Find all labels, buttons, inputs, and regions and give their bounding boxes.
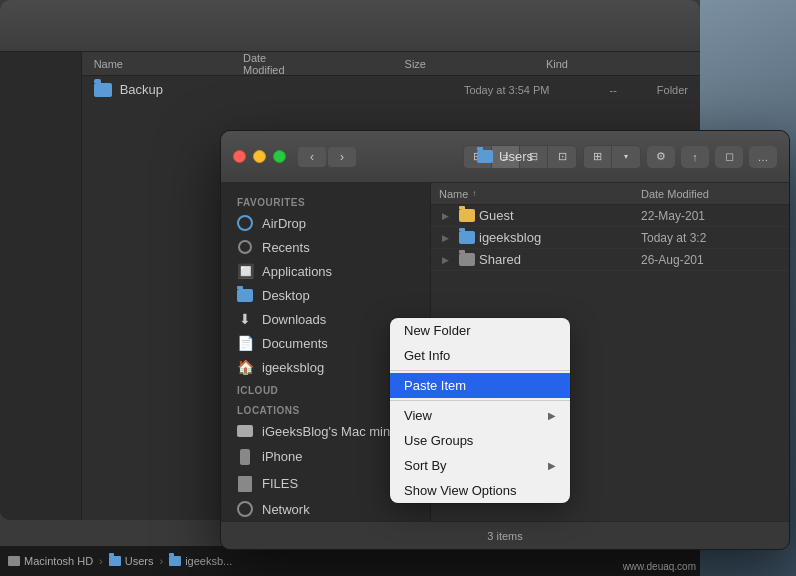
files-icon	[237, 476, 253, 492]
bg-folder-date: Today at 3:54 PM	[464, 84, 550, 96]
sidebar-label-recents: Recents	[262, 240, 310, 255]
bg-col-date: Date Modified	[243, 52, 285, 76]
forward-button[interactable]: ›	[328, 147, 356, 167]
hd-icon	[8, 556, 20, 566]
bg-folder-kind: Folder	[657, 84, 688, 96]
chevron-right-icon-3: ▶	[442, 255, 449, 265]
path-macintosh-hd: Macintosh HD	[24, 555, 93, 567]
status-text: 3 items	[487, 530, 522, 542]
sidebar-item-recents[interactable]: Recents	[221, 235, 430, 259]
menu-label-show-view-options: Show View Options	[404, 483, 517, 498]
window-title-area: Users	[477, 149, 533, 164]
group-sort-group: ⊞ ▾	[583, 145, 641, 169]
bg-folder-name: Backup	[120, 82, 163, 97]
bg-folder-row: Backup Today at 3:54 PM -- Folder	[82, 76, 700, 103]
chevron-right-icon-2: ▶	[442, 233, 449, 243]
recents-icon	[237, 239, 253, 255]
more-button[interactable]: …	[749, 146, 777, 168]
airdrop-icon	[237, 215, 253, 231]
group-button[interactable]: ⊞	[584, 146, 612, 168]
shared-date: 26-Aug-201	[641, 253, 781, 267]
menu-label-sort-by: Sort By	[404, 458, 447, 473]
back-button[interactable]: ‹	[298, 147, 326, 167]
menu-label-paste-item: Paste Item	[404, 378, 466, 393]
table-row[interactable]: ▶ Guest 22-May-201	[431, 205, 789, 227]
path-igeeksblog: igeeksb...	[185, 555, 232, 567]
igeeksblog-icon: 🏠	[237, 359, 253, 375]
sidebar-label-applications: Applications	[262, 264, 332, 279]
menu-item-view[interactable]: View ▶	[390, 403, 570, 428]
action-button[interactable]: ⚙	[647, 146, 675, 168]
shared-folder-icon	[459, 253, 475, 266]
menu-item-get-info[interactable]: Get Info	[390, 343, 570, 368]
sidebar-label-files: FILES	[262, 476, 298, 491]
path-sep-1: ›	[99, 555, 103, 567]
mac-mini-icon	[237, 423, 253, 439]
sidebar-label-iphone: iPhone	[262, 449, 302, 464]
col-name-label: Name	[439, 188, 468, 200]
table-row[interactable]: ▶ igeeksblog Today at 3:2	[431, 227, 789, 249]
sidebar-label-documents: Documents	[262, 336, 328, 351]
close-button[interactable]	[233, 150, 246, 163]
menu-separator-1	[390, 370, 570, 371]
col-date-header[interactable]: Date Modified	[641, 188, 781, 200]
chevron-right-icon: ▶	[442, 211, 449, 221]
chevron-down-icon[interactable]: ▾	[612, 146, 640, 168]
share-button[interactable]: ↑	[681, 146, 709, 168]
path-users: Users	[125, 555, 154, 567]
guest-folder-icon	[459, 209, 475, 222]
menu-item-use-groups[interactable]: Use Groups	[390, 428, 570, 453]
maximize-button[interactable]	[273, 150, 286, 163]
menu-separator-2	[390, 400, 570, 401]
title-folder-icon	[477, 150, 493, 163]
documents-icon: 📄	[237, 335, 253, 351]
minimize-button[interactable]	[253, 150, 266, 163]
bg-sidebar	[0, 52, 82, 520]
menu-item-sort-by[interactable]: Sort By ▶	[390, 453, 570, 478]
bg-folder-size: --	[609, 84, 616, 96]
desktop-icon	[237, 287, 253, 303]
tag-button[interactable]: ◻	[715, 146, 743, 168]
menu-label-use-groups: Use Groups	[404, 433, 473, 448]
sidebar-label-airdrop: AirDrop	[262, 216, 306, 231]
sidebar-label-network: Network	[262, 502, 310, 517]
gallery-view-btn[interactable]: ⊡	[548, 146, 576, 168]
guest-name: Guest	[479, 208, 641, 223]
menu-item-paste-item[interactable]: Paste Item	[390, 373, 570, 398]
row-expand-icon-3: ▶	[439, 255, 455, 265]
row-expand-icon-2: ▶	[439, 233, 455, 243]
network-icon	[237, 501, 253, 517]
bg-col-name: Name	[94, 58, 123, 70]
traffic-lights	[233, 150, 286, 163]
sidebar-label-igeeksblog: igeeksblog	[262, 360, 324, 375]
table-row[interactable]: ▶ Shared 26-Aug-201	[431, 249, 789, 271]
iphone-icon	[237, 449, 253, 465]
context-menu: New Folder Get Info Paste Item View ▶ Us…	[390, 318, 570, 503]
sidebar-item-applications[interactable]: 🔲 Applications	[221, 259, 430, 283]
igeeksblog-folder-icon	[459, 231, 475, 244]
status-bar: 3 items	[221, 521, 789, 549]
menu-label-view: View	[404, 408, 432, 423]
menu-item-new-folder[interactable]: New Folder	[390, 318, 570, 343]
view-submenu-arrow: ▶	[548, 410, 556, 421]
path-sep-2: ›	[159, 555, 163, 567]
folder-icon	[94, 83, 112, 97]
sidebar-label-mac-mini: iGeeksBlog's Mac mini	[262, 424, 393, 439]
watermark: www.deuaq.com	[623, 561, 696, 572]
sidebar-item-airdrop[interactable]: AirDrop	[221, 211, 430, 235]
finder-path-bar: Macintosh HD › Users › igeeksb...	[0, 546, 700, 576]
bg-col-size: Size	[405, 58, 426, 70]
menu-label-get-info: Get Info	[404, 348, 450, 363]
menu-label-new-folder: New Folder	[404, 323, 470, 338]
applications-icon: 🔲	[237, 263, 253, 279]
window-title: Users	[499, 149, 533, 164]
igeeksblog-name: igeeksblog	[479, 230, 641, 245]
sort-by-submenu-arrow: ▶	[548, 460, 556, 471]
sidebar-item-desktop[interactable]: Desktop	[221, 283, 430, 307]
sidebar-label-downloads: Downloads	[262, 312, 326, 327]
guest-date: 22-May-201	[641, 209, 781, 223]
row-expand-icon: ▶	[439, 211, 455, 221]
col-name-header[interactable]: Name ↑	[439, 188, 641, 200]
downloads-icon: ⬇	[237, 311, 253, 327]
menu-item-show-view-options[interactable]: Show View Options	[390, 478, 570, 503]
